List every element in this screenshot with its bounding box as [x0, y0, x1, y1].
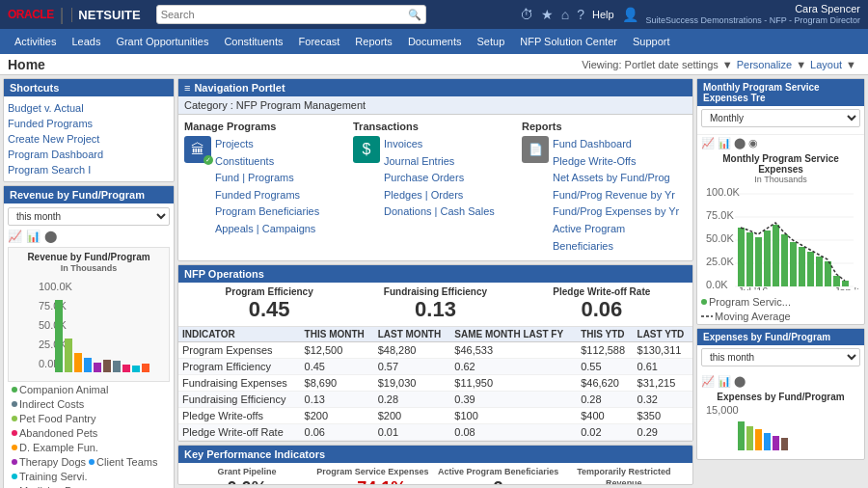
clock-icon[interactable]: ⏱: [520, 7, 533, 22]
svg-rect-8: [84, 358, 92, 372]
nav-activities[interactable]: Activities: [8, 33, 63, 50]
bar-chart-icon[interactable]: 📊: [26, 230, 41, 243]
expenses-fund-title: Expenses by Fund/Program: [703, 332, 830, 342]
td-indicator: Pledge Write-offs: [178, 408, 301, 424]
link-constituents[interactable]: Constituents: [215, 153, 319, 171]
nav-reports[interactable]: Reports: [348, 33, 399, 50]
line-chart-icon[interactable]: 📈: [8, 230, 22, 243]
home-icon[interactable]: ⌂: [561, 7, 569, 22]
monthly-chart-label: Monthly Program Service Expenses: [701, 153, 860, 175]
pie-icon[interactable]: ◉: [748, 137, 758, 149]
transactions-title: Transactions: [353, 121, 518, 132]
viewing-dropdown-icon[interactable]: ▼: [722, 59, 733, 70]
search-bar[interactable]: 🔍: [156, 5, 426, 24]
link-journal[interactable]: Journal Entries: [384, 153, 495, 171]
monthly-chart-icons: 📈 📊 ⬤ ◉: [697, 135, 864, 151]
link-pledges[interactable]: Pledges | Orders: [384, 187, 495, 204]
nav-documents[interactable]: Documents: [401, 33, 469, 50]
link-expenses-yr[interactable]: Fund/Prog Expenses by Yr: [553, 203, 687, 221]
revenue-header: Revenue by Fund/Program: [4, 186, 174, 203]
star-icon[interactable]: ★: [541, 7, 554, 22]
link-po[interactable]: Purchase Orders: [384, 170, 495, 187]
shortcut-budget[interactable]: Budget v. Actual: [8, 100, 170, 116]
kpi-title: Key Performance Indicators: [184, 448, 325, 460]
layout-link[interactable]: Layout: [810, 59, 842, 70]
link-appeals[interactable]: Appeals | Campaigns: [215, 221, 319, 238]
link-fund-programs[interactable]: Fund | Programs: [215, 170, 319, 187]
th-indicator: INDICATOR: [178, 327, 301, 342]
svg-rect-42: [738, 421, 745, 450]
search-input[interactable]: [161, 9, 408, 20]
revenue-legend: Companion Animal Indirect Costs Pet Food…: [8, 382, 170, 488]
svg-rect-33: [807, 252, 814, 286]
link-revenue-yr[interactable]: Fund/Prog Revenue by Yr: [553, 187, 687, 204]
dot-icon[interactable]: ⬤: [734, 137, 746, 149]
svg-rect-11: [113, 361, 121, 372]
personalize-link[interactable]: Personalize: [737, 59, 792, 70]
revenue-chart: Revenue by Fund/ProgramIn Thousands 100.…: [8, 247, 170, 382]
netsuite-logo: NETSUITE: [71, 8, 140, 22]
svg-rect-10: [103, 360, 111, 372]
home-bar: Home Viewing: Portlet date settings ▼ Pe…: [0, 54, 868, 75]
svg-rect-5: [55, 300, 63, 372]
link-beneficiaries[interactable]: Program Beneficiaries: [215, 203, 319, 221]
chart-type-icons: 📈 📊 ⬤: [8, 230, 170, 243]
link-net-assets[interactable]: Net Assets by Fund/Prog: [553, 170, 687, 187]
pie-chart-icon[interactable]: ⬤: [44, 230, 57, 243]
link-projects[interactable]: Projects: [215, 136, 319, 153]
monthly-chart-svg: 100.0K 75.0K 50.0K 25.0K 0.0K: [704, 184, 858, 290]
nav-constituents[interactable]: Constituents: [217, 33, 289, 50]
exp-bar-icon[interactable]: 📊: [718, 375, 731, 388]
monthly-chart-sublabel: In Thousands: [701, 175, 860, 184]
monthly-period-select[interactable]: Monthly: [701, 109, 860, 127]
bar-icon[interactable]: 📊: [718, 137, 731, 149]
line-icon[interactable]: 📈: [701, 137, 715, 149]
nav-leads[interactable]: Leads: [65, 33, 107, 50]
link-active-beneficiaries[interactable]: Active Program Beneficiaries: [553, 221, 687, 255]
svg-rect-47: [781, 438, 788, 450]
transactions-icon[interactable]: $: [353, 136, 380, 163]
exp-dot-icon[interactable]: ⬤: [734, 375, 746, 388]
layout-dropdown-icon[interactable]: ▼: [846, 59, 856, 70]
svg-rect-12: [122, 365, 130, 372]
link-funded-programs[interactable]: Funded Programs: [215, 187, 319, 204]
link-invoices[interactable]: Invoices: [384, 136, 495, 153]
user-icon[interactable]: 👤: [622, 7, 638, 22]
top-bar: ORACLE | NETSUITE 🔍 ⏱ ★ ⌂ ? Help 👤 Cara …: [0, 0, 868, 29]
link-fund-dashboard[interactable]: Fund Dashboard: [553, 136, 687, 153]
shortcut-new-project[interactable]: Create New Project: [8, 131, 170, 147]
svg-rect-30: [781, 234, 788, 286]
transactions-icon-row: $ Invoices Journal Entries Purchase Orde…: [353, 136, 518, 221]
kpi-beneficiaries: Active Program Beneficiaries 2: [438, 467, 559, 485]
personalize-dropdown-icon[interactable]: ▼: [796, 59, 806, 70]
link-donations[interactable]: Donations | Cash Sales: [384, 203, 495, 221]
expenses-period-select[interactable]: this month: [701, 348, 860, 366]
manage-icon-wrap: 🏛 ✓: [184, 136, 211, 163]
nav-forecast[interactable]: Forecast: [292, 33, 347, 50]
help-icon[interactable]: ?: [577, 7, 584, 22]
manage-programs-title: Manage Programs: [184, 121, 349, 132]
metric-fundraising-eff-value: 0.13: [352, 297, 518, 322]
reports-icon[interactable]: 📄: [522, 136, 549, 163]
shortcut-funded[interactable]: Funded Programs: [8, 116, 170, 131]
center-content: ≡ Navigation Portlet Category : NFP Prog…: [177, 78, 693, 485]
expenses-select-row: this month: [697, 345, 864, 373]
nav-support[interactable]: Support: [626, 33, 677, 50]
revenue-period-select[interactable]: this month last month: [8, 207, 170, 226]
shortcut-search[interactable]: Program Search I: [8, 162, 170, 177]
nav-grant-opp[interactable]: Grant Opportunities: [109, 33, 215, 50]
revenue-body: this month last month 📈 📊 ⬤ Revenue by F…: [4, 203, 174, 488]
nav-nfp[interactable]: NFP Solution Center: [513, 33, 624, 50]
nav-setup[interactable]: Setup: [471, 33, 512, 50]
search-icon: 🔍: [408, 9, 421, 21]
exp-line-icon[interactable]: 📈: [701, 375, 715, 388]
td-indicator: Fundraising Efficiency: [178, 392, 301, 408]
reports-col: Reports 📄 Fund Dashboard Pledge Write-Of…: [522, 121, 687, 255]
hamburger-icon: ≡: [184, 82, 190, 94]
shortcut-dashboard[interactable]: Program Dashboard: [8, 147, 170, 162]
nfp-ops-header: NFP Operations: [178, 265, 692, 283]
transactions-col: Transactions $ Invoices Journal Entries …: [353, 121, 518, 255]
manage-programs-col: Manage Programs 🏛 ✓ Projects Constituent…: [184, 121, 349, 255]
table-row: Fundraising Expenses $8,690 $19,030 $11,…: [178, 375, 692, 392]
link-pledge-writeoffs[interactable]: Pledge Write-Offs: [553, 153, 687, 171]
